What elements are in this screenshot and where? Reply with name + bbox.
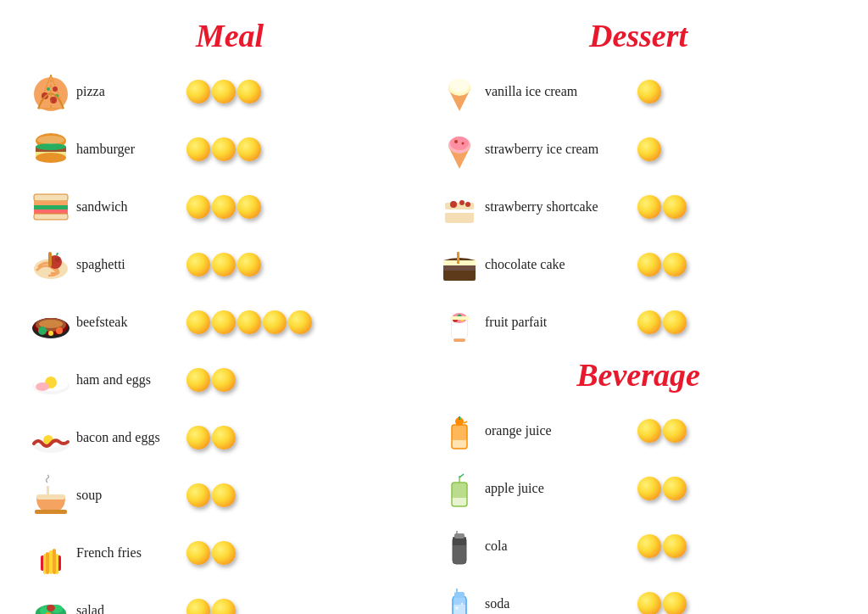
list-item: soda — [434, 579, 843, 614]
svg-point-56 — [450, 137, 469, 150]
coin — [212, 483, 236, 507]
svg-point-58 — [462, 142, 465, 145]
svg-rect-21 — [48, 252, 52, 267]
svg-rect-38 — [35, 510, 67, 514]
fries-icon — [25, 530, 76, 577]
vanilla-ice-cream-icon — [434, 69, 485, 115]
coin — [186, 195, 210, 219]
food-label: spaghetti — [76, 257, 186, 272]
coin — [663, 534, 687, 558]
coin — [212, 310, 236, 334]
svg-rect-41 — [49, 550, 53, 574]
coin — [637, 80, 661, 103]
fruit-parfait-icon — [434, 299, 485, 346]
page: Meal pizza hamburger — [0, 0, 868, 614]
coin — [186, 253, 210, 276]
coin-group — [186, 253, 261, 276]
food-label: hamburger — [76, 142, 186, 157]
coin-group — [637, 80, 661, 103]
svg-point-93 — [461, 603, 464, 606]
coin-group — [186, 80, 261, 103]
coin — [212, 599, 236, 614]
coin — [237, 137, 261, 161]
orange-juice-icon — [434, 408, 485, 455]
meal-section: Meal pizza hamburger — [25, 17, 434, 597]
coin-group — [186, 599, 236, 614]
coin-group — [186, 368, 236, 392]
coin — [663, 592, 687, 614]
coin-group — [637, 592, 687, 614]
svg-point-53 — [450, 79, 469, 92]
list-item: apple juice — [434, 464, 843, 513]
coin — [637, 534, 661, 558]
svg-point-92 — [455, 606, 459, 610]
svg-rect-76 — [452, 425, 467, 440]
list-item: hamburger — [25, 125, 434, 174]
coin — [212, 80, 236, 103]
coin — [637, 195, 661, 219]
coin — [663, 195, 687, 219]
chocolate-cake-icon — [434, 242, 485, 288]
list-item: pizza — [25, 67, 434, 116]
list-item: ham and eggs — [25, 355, 434, 405]
coin-group — [637, 534, 687, 558]
coin — [637, 137, 661, 161]
coin — [186, 541, 210, 565]
food-label: fruit parfait — [485, 315, 637, 330]
list-item: strawberry ice cream — [434, 125, 843, 174]
list-item: chocolate cake — [434, 240, 843, 289]
ham-eggs-icon — [25, 357, 76, 404]
svg-point-27 — [56, 327, 63, 334]
svg-rect-74 — [450, 316, 469, 320]
coin-group — [637, 310, 687, 334]
coin — [637, 253, 661, 276]
list-item: beefsteak — [25, 298, 434, 347]
sandwich-icon — [25, 184, 76, 231]
coin-group — [186, 310, 312, 334]
svg-point-49 — [47, 605, 55, 611]
coin — [186, 80, 210, 103]
svg-point-62 — [450, 201, 457, 208]
list-item: bacon and eggs — [25, 413, 434, 462]
food-label: orange juice — [485, 423, 637, 438]
coin — [288, 310, 312, 334]
coin-group — [186, 195, 261, 219]
list-item: salad — [25, 586, 434, 614]
coin — [212, 541, 236, 565]
list-item: strawberry shortcake — [434, 182, 843, 232]
coin — [186, 426, 210, 449]
list-item: sandwich — [25, 182, 434, 232]
food-label: pizza — [76, 84, 186, 99]
food-label: soda — [485, 596, 637, 611]
svg-point-4 — [53, 87, 58, 92]
svg-point-63 — [459, 200, 465, 205]
food-label: French fries — [76, 545, 186, 561]
svg-rect-86 — [454, 533, 465, 539]
coin — [186, 483, 210, 507]
coin — [186, 310, 210, 334]
coin-group — [186, 541, 236, 565]
svg-point-9 — [36, 143, 66, 150]
bacon-eggs-icon — [25, 415, 76, 461]
svg-rect-16 — [34, 209, 68, 214]
svg-rect-13 — [34, 194, 68, 201]
right-section: Dessert vanilla ice cream strawberry ice… — [434, 17, 843, 597]
coin — [663, 477, 687, 500]
list-item: soup — [25, 471, 434, 520]
svg-rect-69 — [453, 338, 465, 342]
coin-group — [637, 137, 661, 161]
meal-title: Meal — [25, 17, 434, 54]
apple-juice-icon — [434, 466, 485, 512]
salad-icon — [25, 588, 76, 615]
coin-group — [186, 137, 261, 161]
coin-group — [186, 483, 236, 507]
pizza-icon — [25, 69, 76, 115]
food-label: soup — [76, 488, 186, 503]
beverage-title: Beverage — [434, 356, 843, 394]
svg-point-11 — [36, 153, 66, 163]
svg-rect-14 — [34, 201, 68, 205]
svg-point-12 — [37, 136, 64, 144]
coin — [237, 80, 261, 103]
coin — [637, 592, 661, 614]
coin — [212, 137, 236, 161]
